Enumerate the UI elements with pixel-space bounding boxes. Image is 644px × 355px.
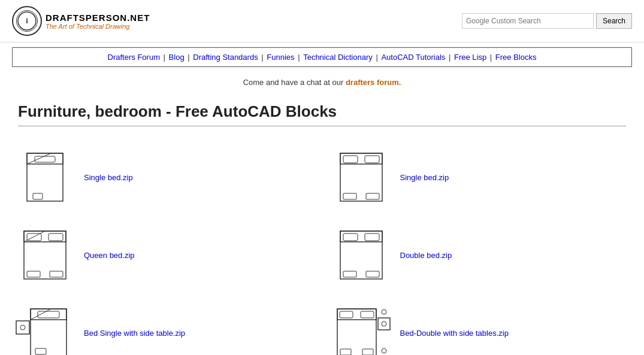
search-button[interactable]: Search [596,13,632,29]
block-link-single-side-table[interactable]: Bed Single with side table.zip [84,329,185,338]
svg-rect-8 [340,153,382,164]
block-item-queen-bed-2: Queen bed.zip [18,222,310,288]
navbar: Drafters Forum | Blog | Drafting Standar… [12,47,632,67]
search-input[interactable] [462,13,594,29]
svg-rect-14 [24,231,66,242]
nav-sep-5: | [376,53,380,62]
svg-point-42 [382,348,386,353]
nav-technical-dictionary[interactable]: Technical Dictionary [303,53,373,62]
block-preview-queen-bed-1 [334,150,388,204]
nav-funnies[interactable]: Funnies [267,53,294,62]
header: i DRAFTSPERSON.NET The Art of Technical … [0,0,644,43]
block-preview-single-side-table [18,306,72,355]
block-link-queen-bed-2[interactable]: Queen bed.zip [84,251,135,260]
svg-rect-36 [361,311,374,318]
svg-rect-21 [340,231,382,242]
svg-text:i: i [26,16,28,25]
block-preview-single-bed [18,150,72,204]
forum-notice-text: Come and have a chat at our [243,78,346,87]
block-item-single-side-table: Bed Single with side table.zip [18,300,310,355]
block-link-double-side-tables[interactable]: Bed-Double with side tables.zip [400,329,509,338]
svg-rect-30 [38,311,59,318]
svg-rect-23 [365,233,379,241]
svg-rect-24 [343,271,356,277]
nav-sep-2: | [188,53,192,62]
page-title-section: Furniture, bedroom - Free AutoCAD Blocks [0,90,644,138]
block-link-queen-bed-1[interactable]: Single bed.zip [400,173,449,182]
nav-drafters-forum[interactable]: Drafters Forum [108,53,160,62]
nav-sep-7: | [490,53,494,62]
site-text: DRAFTSPERSON.NET The Art of Technical Dr… [46,13,150,30]
nav-drafting-standards[interactable]: Drafting Standards [193,53,258,62]
svg-rect-38 [362,349,373,355]
forum-notice: Come and have a chat at our drafters for… [0,72,644,90]
block-link-single-bed[interactable]: Single bed.zip [84,173,133,182]
svg-rect-26 [16,321,29,334]
svg-rect-5 [33,193,43,199]
logo-area: i DRAFTSPERSON.NET The Art of Technical … [12,6,150,36]
block-item-double-side-tables: Bed-Double with side tables.zip [334,300,627,355]
svg-rect-12 [366,193,379,199]
block-item-double-bed: Double bed.zip [334,222,627,288]
nav-blog[interactable]: Blog [169,53,185,62]
nav-autocad-tutorials[interactable]: AutoCAD Tutorials [381,53,445,62]
svg-rect-39 [378,318,390,330]
logo-inner: i [16,10,38,32]
svg-rect-13 [24,231,66,279]
page-title: Furniture, bedroom - Free AutoCAD Blocks [18,102,626,121]
svg-rect-9 [343,156,358,163]
svg-rect-33 [337,309,376,355]
svg-rect-19 [50,271,63,277]
block-preview-queen-bed-2 [18,228,72,282]
svg-rect-28 [31,309,66,355]
block-item-queen-bed-1: Single bed.zip [334,144,627,210]
site-tagline: The Art of Technical Drawing [46,23,150,30]
nav-free-lisp[interactable]: Free Lisp [454,53,486,62]
site-name: DRAFTSPERSON.NET [46,13,150,23]
svg-rect-2 [27,153,63,201]
svg-point-40 [382,321,386,326]
nav-sep-6: | [449,53,453,62]
svg-rect-20 [340,231,382,279]
svg-rect-16 [49,233,63,241]
logo-circle: i [12,6,42,36]
svg-rect-11 [343,193,356,199]
nav-sep-4: | [298,53,302,62]
svg-rect-7 [340,153,382,201]
svg-rect-32 [35,348,46,354]
svg-rect-15 [27,233,41,241]
block-link-double-bed[interactable]: Double bed.zip [400,251,452,260]
svg-point-41 [382,310,386,314]
nav-sep-3: | [261,53,265,62]
blocks-grid: Single bed.zip Single bed.zip [0,138,644,355]
block-preview-double-side-tables [334,306,388,355]
svg-point-27 [20,325,25,330]
svg-rect-10 [365,156,379,163]
block-item-single-bed: Single bed.zip [18,144,310,210]
title-divider [18,126,626,126]
nav-free-blocks[interactable]: Free Blocks [495,53,537,62]
svg-rect-22 [343,233,358,241]
block-preview-double-bed [334,228,388,282]
svg-rect-37 [340,349,351,355]
search-area: Search [462,13,632,29]
svg-rect-35 [340,311,353,318]
svg-rect-18 [27,271,40,277]
nav-sep-1: | [164,53,168,62]
svg-rect-25 [366,271,379,277]
forum-notice-link[interactable]: drafters forum. [346,78,401,87]
